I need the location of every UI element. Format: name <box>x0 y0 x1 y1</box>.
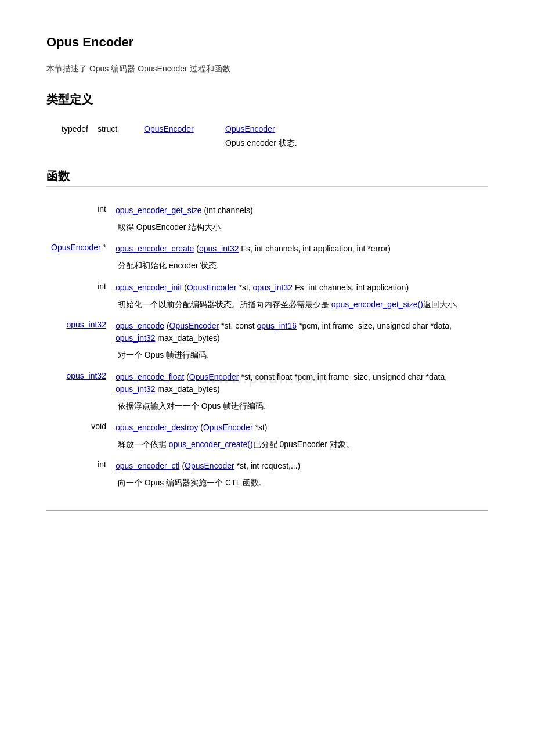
func-signature: opus_encoder_init (OpusEncoder *st, opus… <box>113 276 488 297</box>
func-description: 释放一个依据 opus_encoder_create()已分配 0pusEnco… <box>113 437 488 454</box>
return-type-int3: int <box>46 454 113 475</box>
func-description: 分配和初始化 encoder 状态. <box>113 258 488 275</box>
table-row: int opus_encoder_ctl (OpusEncoder *st, i… <box>46 454 488 475</box>
func-link-create[interactable]: opus_encoder_create <box>116 244 194 253</box>
func-description: 向一个 Opus 编码器实施一个 CTL 函数. <box>113 475 488 492</box>
func-description: 初始化一个以前分配编码器状态。所指向内存圣必需最少是 opus_encoder_… <box>113 297 488 314</box>
func-signature: opus_encoder_create (opus_int32 Fs, int … <box>113 237 488 258</box>
table-row: 依据浮点输入对一一个 Opus 帧进行编码. <box>46 398 488 416</box>
typedef-description: Opus encoder 状态. <box>221 136 488 151</box>
func-signature: opus_encoder_get_size (int channels) <box>113 199 488 219</box>
table-row: 释放一个依据 opus_encoder_create()已分配 0pusEnco… <box>46 437 488 454</box>
table-row: void opus_encoder_destroy (OpusEncoder *… <box>46 416 488 437</box>
func-description: 对一个 Opus 帧进行编码. <box>113 347 488 365</box>
section-divider <box>46 510 488 511</box>
page-description: 本节描述了 Opus 编码器 OpusEncoder 过程和函数 <box>46 64 488 74</box>
table-row: int opus_encoder_init (OpusEncoder *st, … <box>46 276 488 297</box>
typedef-row: typedef struct OpusEncoder OpusEncoder <box>46 122 488 136</box>
return-type-opus-int32-2[interactable]: opus_int32 <box>46 365 113 398</box>
table-row: int opus_encoder_get_size (int channels) <box>46 199 488 219</box>
func-link-create-ref[interactable]: opus_encoder_create() <box>169 440 253 449</box>
return-type-int: int <box>46 199 113 219</box>
functions-section: int opus_encoder_get_size (int channels)… <box>46 199 488 493</box>
table-row: 取得 OpusEncoder 结构大小 <box>46 219 488 237</box>
table-row: 对一个 Opus 帧进行编码. <box>46 347 488 365</box>
typedef-link2[interactable]: OpusEncoder <box>221 122 488 136</box>
functions-section-title: 函数 <box>46 168 488 187</box>
func-link-destroy[interactable]: opus_encoder_destroy <box>116 423 198 432</box>
table-row: opus_int32 opus_encode_float (OpusEncode… <box>46 365 488 398</box>
func-link-get-size-ref[interactable]: opus_encoder_get_size() <box>331 300 423 309</box>
func-signature: opus_encode (OpusEncoder *st, const opus… <box>113 314 488 347</box>
func-link-encode-float[interactable]: opus_encode_float <box>116 372 184 381</box>
typedef-keyword2: struct <box>93 122 139 136</box>
return-type-opusencoder[interactable]: OpusEncoder * <box>46 237 113 258</box>
func-signature: opus_encoder_ctl (OpusEncoder *st, int r… <box>113 454 488 475</box>
typedef-desc-row: Opus encoder 状态. <box>46 136 488 151</box>
typedef-table: typedef struct OpusEncoder OpusEncoder O… <box>46 122 488 151</box>
table-row: 分配和初始化 encoder 状态. <box>46 258 488 275</box>
func-link-encode[interactable]: opus_encode <box>116 321 164 330</box>
func-link-init[interactable]: opus_encoder_init <box>116 283 182 292</box>
table-row: opus_int32 opus_encode (OpusEncoder *st,… <box>46 314 488 347</box>
functions-table: int opus_encoder_get_size (int channels)… <box>46 199 488 493</box>
func-description: 依据浮点输入对一一个 Opus 帧进行编码. <box>113 398 488 416</box>
table-row: 初始化一个以前分配编码器状态。所指向内存圣必需最少是 opus_encoder_… <box>46 297 488 314</box>
return-type-void: void <box>46 416 113 437</box>
typedef-link1[interactable]: OpusEncoder <box>139 122 221 136</box>
func-link-get-size[interactable]: opus_encoder_get_size <box>116 206 202 215</box>
page-container: Opus Encoder 本节描述了 Opus 编码器 OpusEncoder … <box>0 0 534 552</box>
func-description: 取得 OpusEncoder 结构大小 <box>113 219 488 237</box>
func-link-ctl[interactable]: opus_encoder_ctl <box>116 461 180 470</box>
table-row: 向一个 Opus 编码器实施一个 CTL 函数. <box>46 475 488 492</box>
return-type-opus-int32[interactable]: opus_int32 <box>46 314 113 347</box>
typedef-keyword1: typedef <box>46 122 93 136</box>
func-signature: opus_encoder_destroy (OpusEncoder *st) <box>113 416 488 437</box>
return-type-int2: int <box>46 276 113 297</box>
page-title: Opus Encoder <box>46 35 488 50</box>
typedef-section-title: 类型定义 <box>46 92 488 110</box>
table-row: OpusEncoder * opus_encoder_create (opus_… <box>46 237 488 258</box>
func-signature: opus_encode_float (OpusEncoder *st, cons… <box>113 365 488 398</box>
